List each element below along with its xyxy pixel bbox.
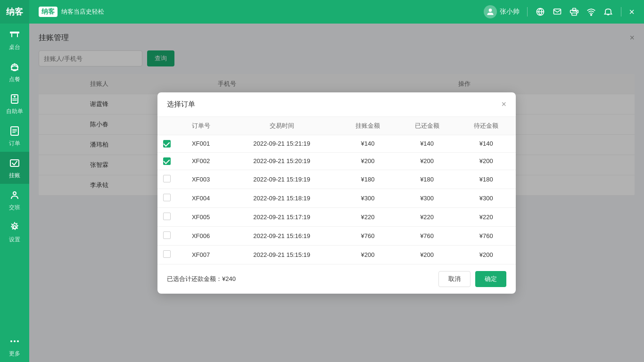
cell-amount: ¥300 bbox=[338, 189, 397, 207]
sidebar-item-order[interactable]: 点餐 bbox=[0, 56, 29, 88]
brand-slogan: 纳客当店史轻松 bbox=[61, 8, 104, 16]
cell-time: 2022-09-21 15:21:19 bbox=[225, 135, 338, 152]
settings-icon bbox=[8, 221, 21, 234]
cell-remaining: ¥180 bbox=[456, 170, 516, 189]
svg-point-20 bbox=[17, 340, 19, 342]
cell-amount: ¥200 bbox=[338, 152, 397, 170]
sidebar-more-label: 更多 bbox=[9, 350, 20, 358]
cell-amount: ¥200 bbox=[338, 245, 397, 264]
sidebar-item-tables[interactable]: 桌台 bbox=[0, 24, 29, 56]
cell-order-id: XF003 bbox=[176, 170, 225, 189]
select-order-dialog: 选择订单 × 订单号 交易时间 挂账金额 已还金额 bbox=[157, 92, 516, 294]
svg-rect-13 bbox=[12, 131, 17, 132]
cell-time: 2022-09-21 15:20:19 bbox=[225, 152, 338, 170]
topbar-divider2 bbox=[621, 7, 621, 16]
sidebar-item-tab[interactable]: 挂账 bbox=[0, 152, 29, 184]
dialog-header: 选择订单 × bbox=[157, 92, 516, 117]
svg-rect-2 bbox=[17, 33, 18, 37]
table-row: XF002 2022-09-21 15:20:19 ¥200 ¥200 ¥200 bbox=[157, 152, 516, 170]
checkbox[interactable] bbox=[163, 175, 171, 182]
sidebar-item-orders[interactable]: 订单 bbox=[0, 120, 29, 152]
col-time: 交易时间 bbox=[225, 117, 338, 135]
cell-remaining: ¥300 bbox=[456, 189, 516, 207]
cell-checkbox[interactable] bbox=[157, 152, 176, 170]
dialog-body: 订单号 交易时间 挂账金额 已还金额 待还金额 XF001 2022-09-21… bbox=[157, 117, 516, 264]
checkbox[interactable] bbox=[163, 140, 171, 148]
sidebar-logo: 纳客 bbox=[0, 0, 29, 24]
sidebar-item-tab-label: 挂账 bbox=[9, 172, 20, 180]
sidebar: 纳客 桌台 点餐 bbox=[0, 0, 29, 362]
more-icon bbox=[8, 335, 21, 348]
sidebar-item-more[interactable]: 更多 bbox=[0, 330, 29, 362]
svg-point-26 bbox=[576, 11, 577, 12]
self-order-icon bbox=[8, 92, 21, 106]
svg-rect-14 bbox=[12, 132, 16, 133]
checkbox[interactable] bbox=[163, 250, 171, 258]
topbar: 纳客 纳客当店史轻松 张小帅 bbox=[29, 0, 644, 24]
checkbox[interactable] bbox=[163, 231, 171, 239]
user-info: 张小帅 bbox=[484, 5, 520, 18]
sidebar-item-orders-label: 订单 bbox=[9, 140, 20, 148]
avatar bbox=[484, 5, 497, 18]
svg-point-16 bbox=[13, 192, 16, 195]
table-icon bbox=[8, 28, 21, 41]
cell-checkbox[interactable] bbox=[157, 226, 176, 245]
col-order-id: 订单号 bbox=[176, 117, 225, 135]
checkbox[interactable] bbox=[163, 213, 171, 220]
table-row: XF004 2022-09-21 15:18:19 ¥300 ¥300 ¥300 bbox=[157, 189, 516, 207]
topbar-right: 张小帅 bbox=[484, 5, 635, 18]
dish-icon bbox=[8, 60, 21, 74]
table-row: XF006 2022-09-21 15:16:19 ¥760 ¥760 ¥760 bbox=[157, 226, 516, 245]
svg-rect-6 bbox=[14, 63, 15, 65]
globe-icon[interactable] bbox=[535, 7, 545, 17]
cell-order-id: XF002 bbox=[176, 152, 225, 170]
cell-paid: ¥200 bbox=[397, 245, 457, 264]
svg-point-21 bbox=[489, 8, 492, 12]
cancel-button[interactable]: 取消 bbox=[438, 271, 471, 287]
shift-icon bbox=[8, 189, 21, 202]
cell-time: 2022-09-21 15:16:19 bbox=[225, 226, 338, 245]
sidebar-item-settings[interactable]: 设置 bbox=[0, 216, 29, 248]
sidebar-item-self-order[interactable]: 自助单 bbox=[0, 88, 29, 120]
cell-checkbox[interactable] bbox=[157, 245, 176, 264]
tab-icon bbox=[8, 156, 21, 170]
topbar-close-btn[interactable]: × bbox=[629, 7, 635, 17]
table-row: XF005 2022-09-21 15:17:19 ¥220 ¥220 ¥220 bbox=[157, 207, 516, 226]
sidebar-item-self-order-label: 自助单 bbox=[6, 107, 23, 115]
cell-checkbox[interactable] bbox=[157, 135, 176, 152]
col-checkbox-header bbox=[157, 117, 176, 135]
table-row: XF007 2022-09-21 15:15:19 ¥200 ¥200 ¥200 bbox=[157, 245, 516, 264]
checkbox[interactable] bbox=[163, 157, 171, 165]
cell-checkbox[interactable] bbox=[157, 189, 176, 207]
sidebar-item-shift[interactable]: 交班 bbox=[0, 184, 29, 216]
message-icon[interactable] bbox=[552, 7, 562, 17]
cell-amount: ¥140 bbox=[338, 135, 397, 152]
topbar-icons bbox=[535, 7, 613, 17]
sidebar-item-settings-label: 设置 bbox=[9, 236, 20, 244]
wifi-icon[interactable] bbox=[586, 7, 596, 17]
user-name: 张小帅 bbox=[500, 8, 520, 16]
print-icon[interactable] bbox=[569, 7, 579, 17]
cell-amount: ¥760 bbox=[338, 226, 397, 245]
selected-total-label: 已选合计还款金额： bbox=[167, 275, 222, 282]
cell-paid: ¥200 bbox=[397, 152, 457, 170]
svg-rect-3 bbox=[10, 32, 19, 33]
checkbox[interactable] bbox=[163, 194, 171, 201]
cell-remaining: ¥220 bbox=[456, 207, 516, 226]
cell-order-id: XF001 bbox=[176, 135, 225, 152]
col-amount: 挂账金额 bbox=[338, 117, 397, 135]
svg-rect-24 bbox=[572, 13, 577, 16]
cell-remaining: ¥140 bbox=[456, 135, 516, 152]
topbar-logo: 纳客 bbox=[39, 7, 58, 17]
topbar-brand: 纳客 纳客当店史轻松 bbox=[39, 7, 104, 17]
dialog-close-btn[interactable]: × bbox=[501, 100, 506, 108]
dialog-overlay: 选择订单 × 订单号 交易时间 挂账金额 已还金额 bbox=[29, 24, 644, 362]
confirm-button[interactable]: 确定 bbox=[475, 271, 506, 287]
selected-total-value: ¥240 bbox=[222, 275, 236, 282]
cell-checkbox[interactable] bbox=[157, 207, 176, 226]
cell-paid: ¥180 bbox=[397, 170, 457, 189]
cell-checkbox[interactable] bbox=[157, 170, 176, 189]
bell-icon[interactable] bbox=[603, 7, 613, 17]
content-area: 挂账管理 查询 × 挂账人 手机号 操作 谢霆锋 18628... 挂账还款 查… bbox=[29, 24, 644, 362]
dialog-title: 选择订单 bbox=[167, 100, 195, 109]
